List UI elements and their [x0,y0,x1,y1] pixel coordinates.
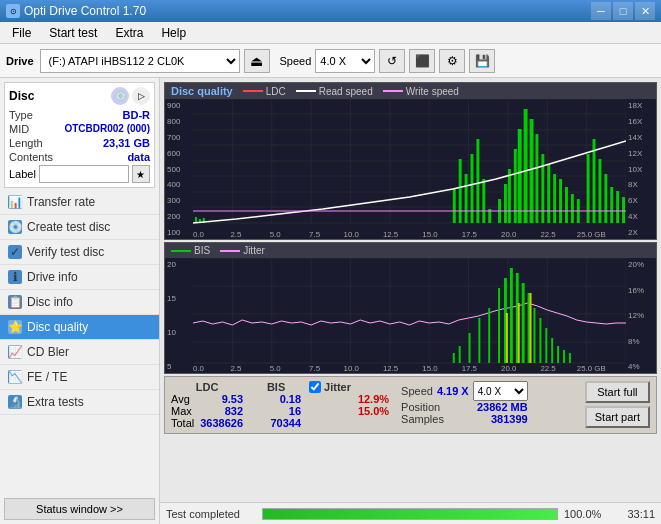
nav-label-disc-info: Disc info [27,295,73,309]
disc-label-button[interactable]: ★ [132,165,150,183]
svg-text:12.5: 12.5 [383,230,399,239]
start-part-button[interactable]: Start part [585,406,650,428]
type-label: Type [9,109,33,121]
y2r-20pct: 20% [628,260,654,269]
sidebar-item-fe-te[interactable]: 📉 FE / TE [0,365,159,390]
svg-rect-51 [622,197,625,223]
svg-rect-96 [569,353,571,363]
jitter-legend: Jitter [220,245,265,256]
svg-rect-37 [535,134,538,223]
content-inner: Disc quality LDC Read speed Write speed [160,78,661,524]
svg-text:5.0: 5.0 [270,230,282,239]
close-button[interactable]: ✕ [635,2,655,20]
jitter-stats: Jitter 12.9% 15.0% [309,381,389,417]
ldc-stats: LDC Avg 9.53 Max 832 Total 3638626 [171,381,243,429]
menu-start-test[interactable]: Start test [41,24,105,42]
svg-rect-84 [498,288,500,363]
svg-text:7.5: 7.5 [309,364,321,373]
disc-label-input[interactable] [39,165,129,183]
minimize-button[interactable]: ─ [591,2,611,20]
bis-total-value: 70344 [270,417,301,429]
maximize-button[interactable]: □ [613,2,633,20]
svg-text:25.0 GB: 25.0 GB [577,230,606,239]
jitter-checkbox[interactable] [309,381,321,393]
read-speed-legend-color [296,90,316,92]
bis-jitter-chart: BIS Jitter 20 15 10 5 [164,242,657,374]
mid-value: OTCBDR002 (000) [64,123,150,135]
bis-max-row: 16 [251,405,301,417]
svg-text:20.0: 20.0 [501,364,517,373]
bis-stats: BIS 0.18 16 70344 [251,381,301,429]
svg-rect-95 [563,350,565,363]
status-window-button[interactable]: Status window >> [4,498,155,520]
y1r-8x: 8X [628,180,654,189]
chart1-header: Disc quality LDC Read speed Write speed [165,83,656,99]
y1r-2x: 2X [628,228,654,237]
create-disc-icon: 💿 [8,220,22,234]
read-speed-legend: Read speed [296,86,373,97]
sidebar: Disc 💿 ▷ Type BD-R MID OTCBDR002 (000) L… [0,78,160,524]
disc-info-icon: 📋 [8,295,22,309]
disc-mid-row: MID OTCBDR002 (000) [9,123,150,135]
svg-rect-48 [604,174,607,223]
save-button[interactable]: 💾 [469,49,495,73]
menu-help[interactable]: Help [153,24,194,42]
jitter-max-value: 15.0% [358,405,389,417]
settings-button[interactable]: ⚙ [439,49,465,73]
y1r-14x: 14X [628,133,654,142]
y2-5: 5 [167,362,191,371]
disc-section-label: Disc [9,89,34,103]
eject-button[interactable]: ⏏ [244,49,270,73]
start-full-button[interactable]: Start full [585,381,650,403]
speed-val: 4.19 X [437,385,469,397]
y1-600: 600 [167,149,191,158]
menu-extra[interactable]: Extra [107,24,151,42]
refresh-button[interactable]: ↺ [379,49,405,73]
bis-total-row: 70344 [251,417,301,429]
y1r-18x: 18X [628,101,654,110]
svg-rect-35 [524,109,528,223]
svg-rect-90 [533,308,535,363]
svg-rect-33 [514,149,517,223]
svg-rect-94 [557,346,559,363]
burn-button[interactable]: ⬛ [409,49,435,73]
svg-rect-43 [571,194,574,223]
bis-legend: BIS [171,245,210,256]
progress-bar-fill [263,509,557,519]
speed-select[interactable]: 4.0 X [315,49,375,73]
sidebar-item-disc-info[interactable]: 📋 Disc info [0,290,159,315]
samples-label: Samples [401,413,444,425]
ldc-avg-row: Avg 9.53 [171,393,243,405]
y1-100: 100 [167,228,191,237]
chart2-header: BIS Jitter [165,243,656,258]
sidebar-item-disc-quality[interactable]: ⭐ Disc quality [0,315,159,340]
chart1-title: Disc quality [171,85,233,97]
svg-rect-31 [504,184,507,223]
sidebar-item-create-test-disc[interactable]: 💿 Create test disc [0,215,159,240]
svg-text:2.5: 2.5 [230,364,242,373]
sidebar-item-transfer-rate[interactable]: 📊 Transfer rate [0,190,159,215]
ldc-legend-label: LDC [266,86,286,97]
sidebar-item-extra-tests[interactable]: 🔬 Extra tests [0,390,159,415]
svg-rect-28 [482,179,485,223]
svg-text:20.0: 20.0 [501,230,517,239]
svg-text:7.5: 7.5 [309,230,321,239]
svg-text:10.0: 10.0 [344,230,360,239]
mid-label: MID [9,123,29,135]
contents-value: data [127,151,150,163]
avg-label: Avg [171,393,190,405]
sidebar-item-drive-info[interactable]: ℹ Drive info [0,265,159,290]
drive-select[interactable]: (F:) ATAPI iHBS112 2 CL0K [40,49,240,73]
svg-rect-80 [459,346,461,363]
speed-setting-select[interactable]: 4.0 X [473,381,528,401]
svg-rect-88 [522,283,525,363]
sidebar-item-verify-test-disc[interactable]: ✓ Verify test disc [0,240,159,265]
y1r-10x: 10X [628,165,654,174]
svg-text:17.5: 17.5 [462,230,478,239]
svg-rect-83 [488,308,490,363]
time-display: 33:11 [615,508,655,520]
sidebar-item-cd-bler[interactable]: 📈 CD Bler [0,340,159,365]
menu-file[interactable]: File [4,24,39,42]
position-val: 23862 MB [477,401,528,413]
svg-rect-38 [541,154,544,223]
